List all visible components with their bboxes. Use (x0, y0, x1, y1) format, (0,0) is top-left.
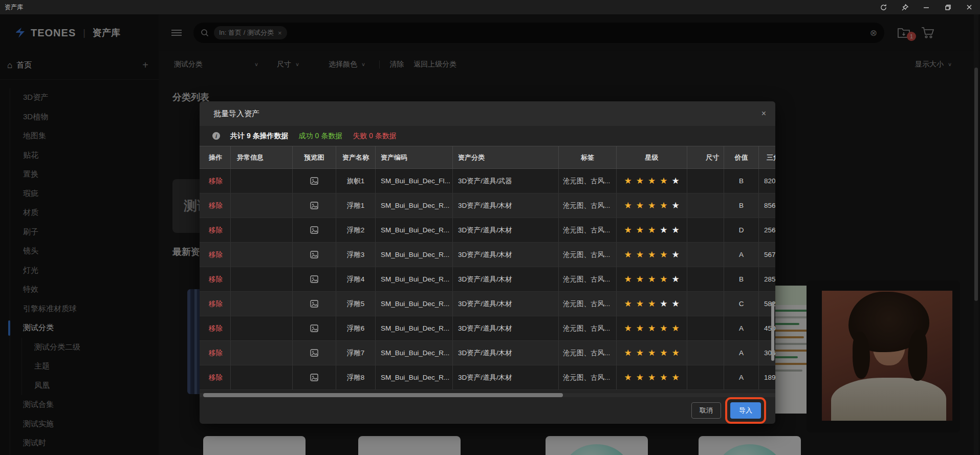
remove-asset-button[interactable]: 移除 (209, 275, 223, 284)
star-icon: ★ (624, 177, 631, 185)
pin-icon[interactable] (894, 0, 916, 14)
remove-asset-button[interactable]: 移除 (209, 226, 223, 235)
refresh-icon[interactable] (873, 0, 894, 14)
close-window-icon[interactable] (959, 0, 980, 14)
cell-error-info (231, 341, 293, 365)
cell-asset-category: 3D资产/道具/木材 (453, 341, 559, 365)
image-preview-icon[interactable] (310, 349, 318, 357)
star-icon: ★ (671, 201, 679, 210)
star-rating: ★★★★★ (617, 267, 687, 291)
remove-asset-button[interactable]: 移除 (209, 373, 223, 382)
star-icon: ★ (624, 226, 631, 234)
star-rating: ★★★★★ (617, 243, 687, 267)
image-preview-icon[interactable] (310, 374, 318, 381)
star-icon: ★ (671, 226, 679, 234)
cancel-button[interactable]: 取消 (691, 402, 721, 419)
star-icon: ★ (660, 324, 667, 333)
cell-asset-code: SM_Bui_Bui_Dec_R... (376, 193, 453, 218)
maximize-restore-icon[interactable] (937, 0, 959, 14)
cell-size (687, 169, 724, 193)
star-icon: ★ (624, 275, 631, 284)
star-rating: ★★★★★ (617, 169, 687, 193)
cell-size (687, 243, 724, 267)
star-rating: ★★★★★ (617, 341, 687, 365)
cell-asset-code: SM_Bui_Bui_Dec_R... (376, 267, 453, 291)
cell-tags: 沧元图、古风... (559, 243, 617, 267)
summary-total: 共计 9 条操作数据 (230, 132, 289, 141)
image-preview-icon[interactable] (310, 300, 318, 308)
image-preview-icon[interactable] (310, 226, 318, 234)
cell-asset-category: 3D资产/道具/木材 (453, 218, 559, 242)
table-hscroll-thumb[interactable] (203, 393, 563, 397)
star-icon: ★ (671, 177, 679, 185)
cell-asset-name: 浮雕1 (336, 193, 376, 218)
cell-value: B (724, 169, 759, 193)
image-preview-icon[interactable] (310, 324, 318, 332)
cell-triangles: 820 (759, 169, 775, 193)
remove-asset-button[interactable]: 移除 (209, 201, 223, 210)
star-icon: ★ (648, 299, 656, 308)
cell-tags: 沧元图、古风... (559, 193, 617, 218)
cell-size (687, 292, 724, 316)
import-summary: i 共计 9 条操作数据 成功 0 条数据 失败 0 条数据 (200, 126, 775, 146)
cell-asset-name: 浮雕8 (336, 365, 376, 389)
star-icon: ★ (671, 324, 679, 333)
star-icon: ★ (648, 349, 656, 357)
cell-value: D (724, 218, 759, 242)
minimize-icon[interactable] (916, 0, 937, 14)
image-preview-icon[interactable] (310, 177, 318, 185)
cell-value: C (724, 292, 759, 316)
column-header: 星级 (617, 146, 687, 168)
table-vscroll-thumb[interactable] (771, 302, 774, 361)
cell-tags: 沧元图、古风... (559, 218, 617, 242)
star-rating: ★★★★★ (617, 218, 687, 242)
star-icon: ★ (671, 275, 679, 284)
cell-size (687, 365, 724, 389)
cell-asset-category: 3D资产/道具/木材 (453, 193, 559, 218)
star-icon: ★ (636, 226, 644, 234)
cell-error-info (231, 169, 293, 193)
cell-triangles: 856 (759, 193, 775, 218)
cell-value: A (724, 365, 759, 389)
image-preview-icon[interactable] (310, 251, 318, 258)
remove-asset-button[interactable]: 移除 (209, 349, 223, 358)
column-header: 资产名称 (336, 146, 376, 168)
image-preview-icon[interactable] (310, 202, 318, 209)
cell-tags: 沧元图、古风... (559, 365, 617, 389)
cell-asset-category: 3D资产/道具/木材 (453, 316, 559, 340)
star-icon: ★ (648, 275, 656, 284)
table-row: 移除 浮雕1 SM_Bui_Bui_Dec_R... 3D资产/道具/木材 沧元… (200, 193, 775, 218)
star-icon: ★ (660, 177, 667, 185)
table-row: 移除 浮雕4 SM_Bui_Bui_Dec_R... 3D资产/道具/木材 沧元… (200, 267, 775, 292)
column-header: 三角 (759, 146, 775, 168)
table-row: 移除 浮雕5 SM_Bui_Bui_Dec_R... 3D资产/道具/木材 沧元… (200, 292, 775, 316)
import-button[interactable]: 导入 (730, 402, 761, 419)
dialog-close-icon[interactable]: × (761, 109, 766, 118)
image-preview-icon[interactable] (310, 275, 318, 283)
remove-asset-button[interactable]: 移除 (209, 299, 223, 309)
table-row: 移除 浮雕2 SM_Bui_Bui_Dec_R... 3D资产/道具/木材 沧元… (200, 218, 775, 243)
cell-tags: 沧元图、古风... (559, 267, 617, 291)
cell-asset-code: SM_Bui_Bui_Dec_R... (376, 365, 453, 389)
cell-tags: 沧元图、古风... (559, 341, 617, 365)
remove-asset-button[interactable]: 移除 (209, 177, 223, 186)
table-row: 移除 旗帜1 SM_Bui_Bui_Dec_Fl... 3D资产/道具/武器 沧… (200, 169, 775, 193)
cell-value: B (724, 193, 759, 218)
cell-asset-name: 浮雕6 (336, 316, 376, 340)
star-icon: ★ (624, 324, 631, 333)
info-icon: i (212, 132, 220, 140)
star-icon: ★ (671, 373, 679, 382)
cell-size (687, 218, 724, 242)
cell-asset-code: SM_Bui_Bui_Dec_R... (376, 243, 453, 267)
remove-asset-button[interactable]: 移除 (209, 324, 223, 333)
dialog-title: 批量导入资产 (213, 109, 259, 119)
window-title: 资产库 (5, 3, 23, 12)
column-header: 尺寸 (687, 146, 724, 168)
star-rating: ★★★★★ (617, 193, 687, 218)
cell-asset-code: SM_Bui_Bui_Dec_R... (376, 316, 453, 340)
column-header: 资产编码 (376, 146, 453, 168)
cell-size (687, 267, 724, 291)
star-icon: ★ (660, 373, 667, 382)
remove-asset-button[interactable]: 移除 (209, 250, 223, 259)
column-header: 资产分类 (453, 146, 559, 168)
